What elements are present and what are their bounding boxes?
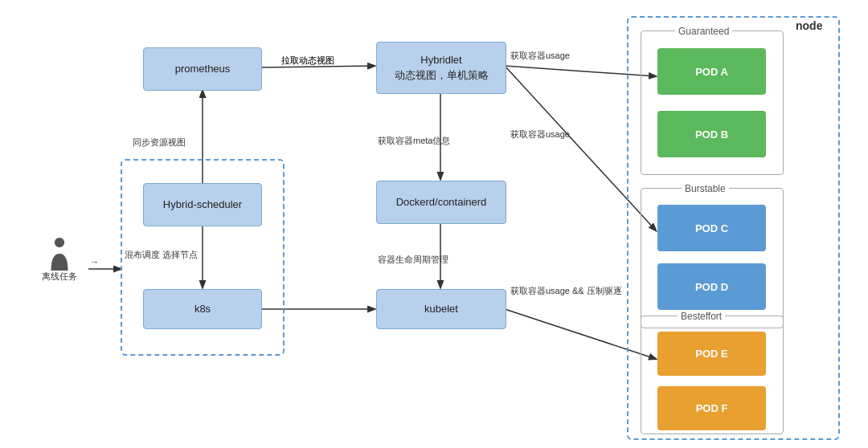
hybrid-scheduler-box: Hybrid-scheduler	[143, 183, 262, 226]
person-label: 离线任务	[42, 271, 77, 283]
dockerd-box: Dockerd/containerd	[376, 181, 506, 224]
pod-a: POD A	[657, 48, 766, 95]
label-meta-info: 获取容器meta信息	[378, 135, 450, 147]
k8s-label: k8s	[194, 302, 211, 316]
pod-f-label: POD F	[696, 402, 728, 414]
label-arrow-right: →	[90, 257, 99, 267]
label-sync-view: 同步资源视图	[133, 136, 186, 149]
section-besteffort-label: Besteffort	[678, 311, 725, 322]
pod-c-label: POD C	[695, 222, 728, 234]
prometheus-box: prometheus	[143, 47, 262, 91]
person-icon: 离线任务	[42, 237, 77, 283]
dockerd-label: Dockerd/containerd	[396, 195, 487, 210]
label-usage1: 获取容器usage	[510, 50, 570, 62]
pod-b: POD B	[657, 111, 766, 157]
pod-b-label: POD B	[695, 128, 728, 141]
pod-f: POD F	[657, 386, 766, 430]
k8s-box: k8s	[143, 289, 262, 329]
label-pull-view: 拉取动态视图	[281, 55, 334, 67]
hybridlet-label: Hybridlet动态视图，单机策略	[395, 53, 489, 82]
hybrid-scheduler-label: Hybrid-scheduler	[163, 198, 242, 212]
prometheus-label: prometheus	[175, 62, 231, 76]
section-guaranteed-label: Guaranteed	[675, 26, 732, 37]
pod-d: POD D	[657, 263, 766, 310]
pod-a-label: POD A	[695, 66, 728, 78]
kubelet-box: kubelet	[376, 289, 506, 329]
svg-point-10	[55, 238, 64, 247]
node-label: node	[796, 19, 822, 32]
section-burstable-label: Burstable	[682, 183, 729, 194]
kubelet-label: kubelet	[424, 302, 458, 316]
pod-e: POD E	[657, 332, 766, 376]
label-usage2: 获取容器usage	[510, 128, 570, 141]
pod-d-label: POD D	[695, 281, 728, 293]
label-lifecycle: 容器生命周期管理	[378, 254, 448, 266]
hybridlet-box: Hybridlet动态视图，单机策略	[376, 42, 506, 94]
label-usage-evict: 获取容器usage && 压制驱逐	[510, 285, 622, 297]
diagram: 拉取动态视图 拉取动态视图 同步资源视图 获取容器meta信息 获取容器usag…	[0, 0, 868, 448]
pod-c: POD C	[657, 205, 766, 251]
pod-e-label: POD E	[695, 348, 727, 360]
